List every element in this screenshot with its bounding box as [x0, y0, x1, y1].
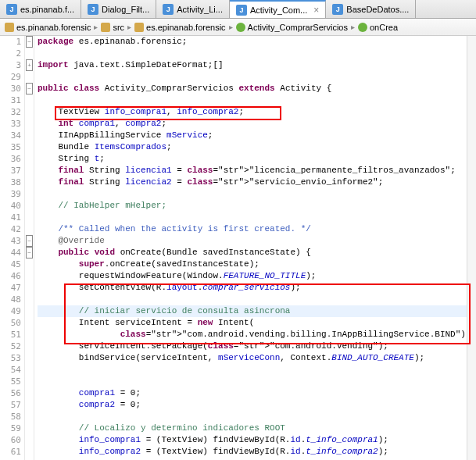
fold-gutter: −+−−− [25, 36, 34, 460]
java-icon: J [6, 4, 17, 15]
chevron-right-icon: ▸ [127, 23, 131, 31]
fold-toggle[interactable]: + [26, 59, 33, 71]
code-editor[interactable]: 1232930313233343536373839404142434445464… [0, 36, 476, 460]
class-icon [236, 23, 245, 32]
tab-es-pinanab[interactable]: Jes.pinanab.f... [0, 0, 81, 18]
package-icon [134, 23, 144, 32]
chevron-right-icon: ▸ [351, 23, 355, 31]
breadcrumb: es.pinanab.forensic ▸ src ▸ es.epinanab.… [0, 19, 476, 36]
package-icon [5, 23, 14, 32]
breadcrumb-item[interactable]: es.pinanab.forensic [5, 23, 91, 32]
fold-toggle[interactable]: − [26, 36, 33, 48]
chevron-right-icon: ▸ [229, 23, 233, 31]
breadcrumb-item[interactable]: Activity_ComprarServicios [236, 23, 348, 32]
breadcrumb-item[interactable]: src [101, 23, 124, 32]
code-area[interactable]: package es.epinanab.forensic;import java… [34, 36, 476, 460]
java-icon: J [163, 4, 174, 15]
tab-basededatos[interactable]: JBaseDeDatos.... [326, 0, 416, 18]
package-icon [101, 23, 110, 32]
breadcrumb-item[interactable]: onCrea [358, 23, 398, 32]
tab-dialog-filt[interactable]: JDialog_Filt... [81, 0, 156, 18]
fold-toggle[interactable]: − [26, 247, 33, 259]
java-icon: J [332, 4, 343, 15]
fold-toggle[interactable]: − [26, 83, 33, 94]
java-icon: J [236, 5, 247, 16]
tab-activity-com[interactable]: JActivity_Com...× [230, 0, 326, 18]
editor-tabs: Jes.pinanab.f... JDialog_Filt... JActivi… [0, 0, 476, 19]
breadcrumb-item[interactable]: es.epinanab.forensic [134, 23, 226, 32]
chevron-right-icon: ▸ [94, 23, 98, 31]
close-icon[interactable]: × [313, 5, 319, 16]
overview-ruler[interactable] [467, 36, 476, 460]
line-number-gutter: 1232930313233343536373839404142434445464… [0, 36, 25, 460]
fold-toggle[interactable]: − [26, 235, 33, 247]
tab-activity-li[interactable]: JActivity_Li... [156, 0, 230, 18]
method-icon [358, 23, 367, 32]
java-icon: J [88, 4, 98, 15]
